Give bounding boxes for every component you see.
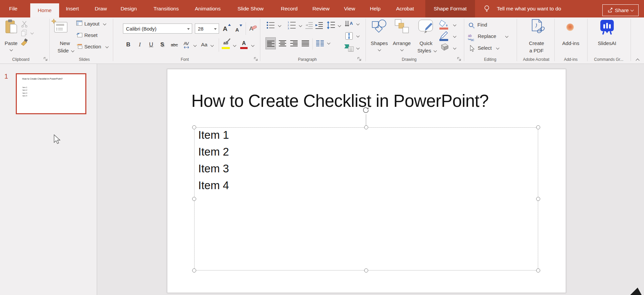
drawing-dialog-launcher-icon[interactable] — [457, 57, 461, 61]
resize-handle-bottom-left[interactable] — [192, 268, 196, 272]
find-icon[interactable] — [468, 22, 475, 29]
clipboard-dialog-launcher-icon[interactable] — [44, 57, 48, 61]
slide-body-item[interactable]: Item 1 — [198, 127, 229, 143]
shape-outline-button[interactable] — [439, 31, 449, 41]
shape-fill-chevron-icon[interactable] — [453, 23, 457, 27]
new-slide-label-line2[interactable]: Slide — [57, 48, 69, 53]
tab-insert[interactable]: Insert — [66, 0, 79, 17]
tab-home-selected[interactable]: Home — [30, 3, 59, 17]
layout-chevron-icon[interactable] — [103, 22, 106, 26]
align-center-button[interactable] — [279, 40, 286, 46]
align-right-button[interactable] — [290, 40, 298, 46]
smartart-chevron-icon[interactable] — [356, 46, 360, 50]
paste-chevron-icon[interactable] — [10, 48, 13, 51]
select-chevron-icon[interactable] — [496, 46, 500, 50]
text-direction-button[interactable]: A — [345, 20, 355, 30]
collapse-ribbon-icon[interactable] — [636, 58, 639, 62]
highlight-chevron-icon[interactable] — [233, 44, 237, 47]
font-name-combobox[interactable]: Calibri (Body) — [123, 24, 192, 34]
text-direction-chevron-icon[interactable] — [356, 22, 360, 26]
reset-icon[interactable] — [76, 32, 82, 37]
quick-styles-chevron-icon[interactable] — [434, 49, 437, 52]
new-slide-icon[interactable] — [50, 18, 68, 35]
share-button[interactable]: Share — [602, 4, 639, 16]
new-slide-label-line1[interactable]: New — [60, 40, 70, 46]
font-color-button[interactable]: A — [242, 40, 246, 46]
font-dialog-launcher-icon[interactable] — [254, 57, 258, 61]
resize-handle-top-right[interactable] — [536, 125, 540, 129]
font-size-dropdown-icon[interactable] — [214, 28, 217, 30]
shapes-label[interactable]: Shapes — [371, 40, 388, 46]
reset-label[interactable]: Reset — [84, 32, 97, 38]
convert-to-smartart-button[interactable] — [344, 44, 354, 52]
shape-effects-button[interactable] — [439, 43, 449, 52]
line-spacing-button[interactable] — [327, 21, 335, 30]
replace-chevron-icon[interactable] — [505, 35, 509, 38]
shrink-font-button[interactable]: A — [235, 27, 239, 33]
resize-handle-bottom-right[interactable] — [536, 268, 540, 272]
content-placeholder-selection[interactable] — [194, 127, 538, 270]
copy-icon[interactable] — [21, 30, 28, 36]
increase-indent-icon[interactable] — [315, 22, 323, 29]
create-pdf-label-line1[interactable]: Create — [529, 40, 544, 46]
tab-file[interactable]: File — [9, 0, 17, 17]
shapes-chevron-icon[interactable] — [378, 48, 381, 51]
tab-draw[interactable]: Draw — [95, 0, 107, 17]
quick-styles-label-line1[interactable]: Quick — [420, 40, 432, 46]
resize-handle-top-center[interactable] — [364, 125, 368, 129]
format-painter-icon[interactable] — [20, 38, 29, 47]
font-name-dropdown-icon[interactable] — [187, 28, 190, 30]
char-spacing-button[interactable]: AV — [183, 41, 188, 46]
create-pdf-icon[interactable] — [530, 19, 546, 36]
tell-me-box[interactable]: Tell me what you want to do — [497, 0, 561, 17]
quick-styles-label-line2[interactable]: Styles — [418, 48, 431, 53]
resize-handle-middle-right[interactable] — [536, 197, 540, 201]
slide-title-text[interactable]: How to Create Checklist in PowerPoint? — [191, 91, 488, 111]
tab-review[interactable]: Review — [312, 0, 330, 17]
new-slide-chevron-icon[interactable] — [71, 49, 75, 52]
shapes-icon[interactable] — [371, 19, 388, 34]
decrease-indent-icon[interactable] — [305, 22, 313, 29]
shape-outline-chevron-icon[interactable] — [453, 35, 457, 38]
change-case-chevron-icon[interactable] — [211, 44, 214, 47]
paste-label[interactable]: Paste — [5, 40, 17, 46]
tab-acrobat[interactable]: Acrobat — [396, 0, 414, 17]
select-label[interactable]: Select — [478, 45, 492, 51]
align-left-button-selected[interactable] — [265, 37, 276, 49]
char-spacing-chevron-icon[interactable] — [194, 44, 197, 47]
bullets-chevron-icon[interactable] — [278, 24, 282, 27]
text-shadow-button[interactable]: S — [160, 41, 164, 48]
tab-design[interactable]: Design — [121, 0, 137, 17]
columns-button[interactable] — [316, 40, 324, 46]
resize-handle-middle-left[interactable] — [192, 197, 196, 201]
bold-button[interactable]: B — [126, 41, 130, 48]
select-icon[interactable] — [470, 45, 476, 52]
shape-fill-button[interactable] — [439, 19, 449, 30]
align-text-button[interactable] — [345, 32, 353, 40]
italic-button[interactable]: I — [139, 41, 141, 48]
strikethrough-button[interactable]: abc — [171, 42, 178, 47]
arrange-chevron-icon[interactable] — [400, 48, 404, 51]
shape-effects-chevron-icon[interactable] — [453, 46, 457, 50]
replace-icon[interactable]: ab ac — [468, 34, 476, 42]
tab-animations[interactable]: Animations — [195, 0, 221, 17]
paste-button[interactable] — [5, 19, 17, 34]
columns-chevron-icon[interactable] — [327, 41, 331, 45]
replace-label[interactable]: Replace — [478, 33, 496, 39]
tab-help[interactable]: Help — [370, 0, 381, 17]
justify-button[interactable] — [302, 40, 309, 46]
quick-styles-icon[interactable] — [418, 19, 434, 35]
underline-button[interactable]: U — [149, 41, 153, 48]
change-case-button[interactable]: Aa — [201, 42, 208, 48]
tab-transitions[interactable]: Transitions — [154, 0, 179, 17]
tab-shape-format[interactable]: Shape Format — [425, 0, 475, 17]
tab-view[interactable]: View — [344, 0, 355, 17]
align-text-chevron-icon[interactable] — [356, 34, 360, 38]
addins-button-label[interactable]: Add-ins — [562, 40, 579, 46]
layout-label[interactable]: Layout — [84, 21, 99, 27]
tab-slide-show[interactable]: Slide Show — [238, 0, 264, 17]
font-size-combobox[interactable]: 28 — [195, 24, 219, 34]
paragraph-dialog-launcher-icon[interactable] — [357, 57, 361, 61]
panel-divider[interactable] — [97, 64, 97, 295]
addins-icon[interactable] — [566, 24, 574, 31]
